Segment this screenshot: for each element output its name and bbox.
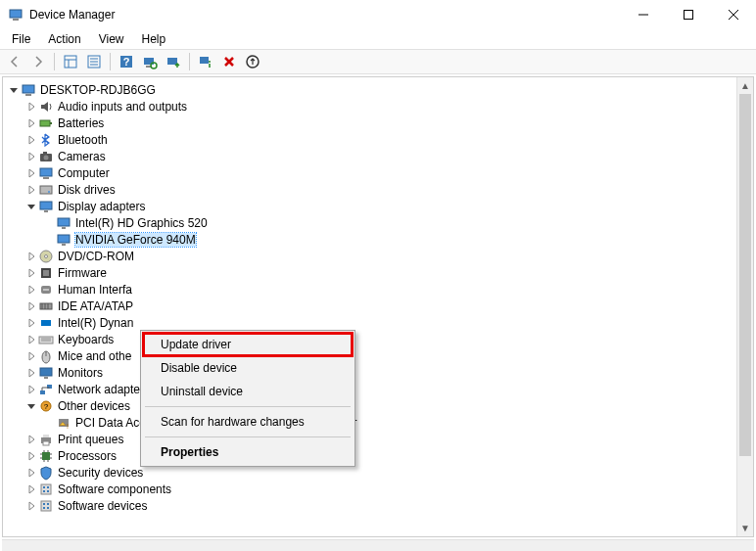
chevron-right-icon[interactable] [24, 183, 38, 197]
svg-rect-66 [42, 452, 50, 460]
tree-node[interactable]: Computer [7, 164, 753, 181]
chevron-right-icon[interactable] [24, 366, 38, 380]
tree-node-label: Network adapters [58, 383, 150, 396]
menubar: File Action View Help [0, 29, 756, 49]
tree-node[interactable]: Software components [7, 481, 753, 497]
menu-file[interactable]: File [4, 30, 38, 48]
tree-node-label: Display adapters [58, 200, 145, 213]
scroll-thumb[interactable] [739, 94, 751, 456]
battery-icon [38, 115, 54, 131]
vertical-scrollbar[interactable]: ▲ ▼ [736, 77, 753, 536]
camera-icon [38, 149, 54, 164]
chevron-right-icon[interactable] [24, 482, 38, 496]
tree-node[interactable]: IDE ATA/ATAP [7, 298, 753, 314]
tree-node[interactable]: Display adapters [7, 198, 753, 214]
tree-node-label: Intel(R) HD Graphics 520 [75, 216, 208, 230]
svg-rect-55 [40, 368, 52, 376]
cm-disable-device[interactable]: Disable device [143, 356, 353, 380]
tree-node[interactable]: Cameras [7, 148, 753, 164]
tree-node[interactable]: Software devices [7, 497, 753, 514]
chevron-right-icon[interactable] [24, 150, 38, 163]
cm-update-driver[interactable]: Update driver [143, 333, 353, 356]
tree-node[interactable]: Disk drives [7, 181, 753, 198]
tree-node[interactable]: Monitors [7, 364, 753, 381]
menu-help[interactable]: Help [134, 30, 174, 48]
chevron-right-icon[interactable] [24, 299, 38, 313]
horizontal-scrollbar[interactable] [2, 539, 754, 551]
chevron-right-icon[interactable] [24, 133, 38, 147]
tree-node-label: Computer [58, 166, 110, 180]
svg-rect-18 [167, 58, 177, 65]
maximize-button[interactable] [666, 0, 711, 29]
chevron-right-icon[interactable] [24, 433, 38, 446]
other-icon: ? [38, 398, 54, 414]
tree-node[interactable]: Print queues [7, 431, 753, 447]
tree-node[interactable]: Audio inputs and outputs [7, 98, 753, 115]
disable-button[interactable] [218, 51, 240, 72]
cm-uninstall-device[interactable]: Uninstall device [143, 380, 353, 403]
menu-action[interactable]: Action [40, 30, 88, 48]
tree-node-label: Disk drives [58, 183, 116, 197]
close-button[interactable] [711, 0, 756, 29]
chevron-right-icon[interactable] [24, 316, 38, 330]
tree-node[interactable]: Intel(R) HD Graphics 520 [7, 214, 753, 231]
computer-icon [38, 165, 54, 181]
chevron-right-icon[interactable] [24, 449, 38, 463]
tree-node[interactable]: DESKTOP-RDJB6GG [7, 81, 753, 98]
tree-node-label: Print queues [58, 433, 123, 446]
properties-button[interactable] [83, 51, 105, 72]
chevron-right-icon[interactable] [24, 100, 38, 114]
chevron-right-icon[interactable] [24, 250, 38, 263]
tree-node[interactable]: Network adapters [7, 381, 753, 397]
chevron-down-icon[interactable] [7, 83, 21, 97]
svg-rect-76 [43, 486, 45, 488]
chevron-right-icon[interactable] [24, 466, 38, 480]
chevron-right-icon[interactable] [24, 166, 38, 180]
forward-button[interactable] [27, 51, 49, 72]
back-button[interactable] [4, 51, 25, 72]
tree-node[interactable]: Intel(R) Dynan [7, 314, 753, 331]
tree-node[interactable]: Mice and othe [7, 347, 753, 364]
tree-node[interactable]: ?Other devices [7, 397, 753, 414]
show-hide-tree-button[interactable] [60, 51, 81, 72]
software-icon [38, 482, 54, 497]
svg-rect-79 [47, 490, 49, 492]
svg-rect-64 [43, 435, 49, 437]
tree-node[interactable]: Bluetooth [7, 131, 753, 148]
tree-node[interactable]: !PCI Data Acquisition and Signal Process… [7, 414, 753, 431]
tree-node[interactable]: Processors [7, 447, 753, 464]
chevron-right-icon[interactable] [24, 116, 38, 130]
scroll-track[interactable] [737, 94, 753, 520]
update-driver-button[interactable] [163, 51, 184, 72]
chevron-right-icon[interactable] [24, 266, 38, 280]
chevron-right-icon[interactable] [24, 383, 38, 396]
chevron-right-icon[interactable] [24, 499, 38, 513]
menu-view[interactable]: View [91, 30, 132, 48]
tree-node[interactable]: DVD/CD-ROM [7, 248, 753, 264]
tree-node[interactable]: Batteries [7, 115, 753, 131]
svg-rect-82 [47, 503, 49, 505]
intel-icon [38, 315, 54, 331]
chevron-down-icon[interactable] [24, 200, 38, 213]
device-tree[interactable]: DESKTOP-RDJB6GGAudio inputs and outputsB… [3, 77, 753, 536]
cm-scan-hardware[interactable]: Scan for hardware changes [143, 410, 353, 434]
scan-hardware-button[interactable] [139, 51, 161, 72]
tree-node[interactable]: Firmware [7, 264, 753, 281]
minimize-button[interactable] [621, 0, 666, 29]
chevron-right-icon[interactable] [24, 283, 38, 297]
help-button[interactable]: ? [116, 51, 137, 72]
chevron-right-icon[interactable] [24, 349, 38, 363]
tree-node[interactable]: Security devices [7, 464, 753, 481]
uninstall-button[interactable] [195, 51, 216, 72]
bluetooth-icon [38, 132, 54, 148]
tree-node[interactable]: NVIDIA GeForce 940M [7, 231, 753, 248]
enable-button[interactable] [242, 51, 263, 72]
cm-properties[interactable]: Properties [143, 440, 353, 464]
scroll-up-arrow[interactable]: ▲ [737, 77, 753, 94]
chevron-right-icon[interactable] [24, 333, 38, 346]
svg-rect-81 [43, 503, 45, 505]
chevron-down-icon[interactable] [24, 399, 38, 413]
tree-node[interactable]: Human Interfa [7, 281, 753, 298]
scroll-down-arrow[interactable]: ▼ [737, 520, 753, 536]
tree-node[interactable]: Keyboards [7, 331, 753, 347]
